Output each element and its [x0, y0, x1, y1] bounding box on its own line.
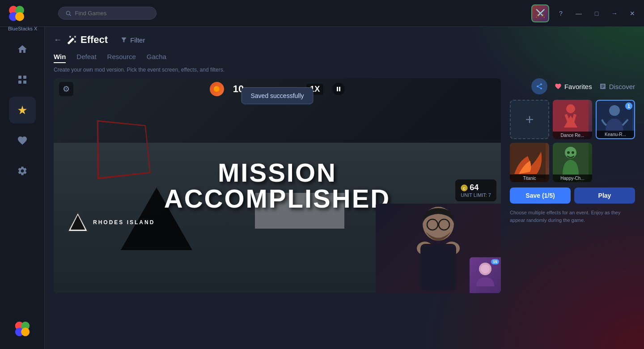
tab-win[interactable]: Win — [54, 53, 66, 63]
svg-point-39 — [572, 151, 574, 154]
svg-rect-24 — [339, 87, 340, 91]
hud-pause-btn[interactable] — [332, 83, 345, 95]
content-header: ← Effect Filter — [54, 34, 635, 46]
svg-rect-7 — [18, 81, 21, 84]
discover-icon — [599, 83, 606, 90]
right-panel: Favorites Discover + — [510, 78, 635, 342]
saved-toast: Saved successfully — [241, 87, 313, 104]
filter-button[interactable]: Filter — [120, 36, 145, 44]
effects-star-icon — [17, 105, 28, 115]
svg-rect-8 — [23, 76, 26, 79]
game-scene: MISSION ACCOMPLISHED RHODES ISLAND — [54, 78, 501, 293]
rhodes-triangle-icon — [67, 212, 89, 233]
save-button[interactable]: Save (1/5) — [510, 187, 571, 204]
svg-rect-9 — [23, 81, 26, 84]
mission-text-line1: MISSION — [218, 160, 337, 186]
happy-label: Happy-Ch... — [553, 174, 592, 182]
dance-label: Dance Re... — [553, 132, 592, 139]
svg-line-5 — [69, 14, 71, 16]
bluestacks-bottom-logo — [11, 318, 34, 340]
sidebar — [0, 27, 45, 349]
effect-keanu[interactable]: 1 Keanu-R... — [596, 100, 635, 139]
info-text: Choose multiple effects for an event. En… — [510, 209, 635, 224]
rhodes-badge: RHODES ISLAND — [67, 212, 155, 233]
back-button[interactable]: ← — [54, 35, 62, 45]
mini-char-card: 15 — [470, 257, 501, 293]
sidebar-item-home[interactable] — [9, 36, 36, 63]
tab-description: Create your own mod version. Pick the ev… — [54, 67, 635, 73]
keanu-label: Keanu-R... — [597, 131, 634, 138]
rhodes-text: RHODES ISLAND — [93, 219, 155, 226]
tabs: Win Defeat Resource Gacha — [54, 53, 635, 63]
filter-icon — [120, 36, 127, 43]
wand-icon — [67, 35, 77, 45]
svg-point-13 — [21, 328, 30, 336]
sidebar-bottom — [11, 318, 34, 340]
titanic-effect-preview — [510, 143, 546, 179]
unit-limit: UNIT LIMIT: 7 — [461, 192, 491, 198]
svg-point-30 — [566, 104, 575, 113]
titlebar-controls: ⚔️ ? — □ → ✕ — [531, 4, 639, 22]
titanic-label: Titanic — [510, 174, 549, 182]
svg-rect-6 — [18, 76, 21, 79]
heart-icon — [17, 135, 28, 146]
gear-icon — [17, 166, 28, 176]
close-button[interactable]: ✕ — [626, 7, 639, 20]
titlebar: BlueStacks X ⚔️ ? — □ → ✕ — [0, 0, 644, 27]
hud-avatar-icon: 🟠 — [210, 82, 224, 96]
svg-point-38 — [567, 151, 570, 154]
mini-char-badge: 15 — [491, 259, 499, 264]
app-logo — [5, 2, 28, 25]
search-bar[interactable] — [58, 7, 157, 20]
effect-dance[interactable]: Dance Re... — [553, 100, 592, 139]
share-icon — [536, 83, 543, 90]
sidebar-item-library[interactable] — [9, 66, 36, 93]
effect-add-new[interactable]: + — [510, 100, 549, 139]
forward-button[interactable]: → — [608, 7, 621, 20]
effect-title: Effect — [67, 34, 108, 46]
keanu-badge: 1 — [625, 102, 632, 110]
help-button[interactable]: ? — [555, 7, 567, 20]
svg-point-3 — [15, 12, 24, 21]
effect-happy[interactable]: Happy-Ch... — [553, 143, 592, 182]
home-icon — [17, 44, 28, 55]
app-name-label: BlueStacks X — [8, 26, 37, 31]
discover-button[interactable]: Discover — [599, 83, 635, 90]
svg-text:C: C — [463, 187, 466, 191]
tab-resource[interactable]: Resource — [107, 53, 136, 63]
plus-icon: + — [525, 111, 534, 128]
preview-area: MISSION ACCOMPLISHED RHODES ISLAND — [54, 78, 501, 293]
svg-point-34 — [609, 105, 620, 116]
unit-counter: C 64 UNIT LIMIT: 7 — [455, 179, 496, 201]
sidebar-item-effects[interactable] — [9, 97, 36, 123]
sidebar-item-favorites[interactable] — [9, 127, 36, 154]
action-buttons: Save (1/5) Play — [510, 187, 635, 204]
tab-defeat[interactable]: Defeat — [76, 53, 96, 63]
content-body: MISSION ACCOMPLISHED RHODES ISLAND — [54, 78, 635, 342]
effect-titanic[interactable]: Titanic — [510, 143, 549, 182]
svg-rect-23 — [337, 87, 338, 91]
sidebar-item-settings[interactable] — [9, 157, 36, 184]
share-button[interactable] — [531, 78, 547, 94]
favorites-button[interactable]: Favorites — [555, 83, 592, 90]
minimize-button[interactable]: — — [572, 7, 585, 20]
main-content: ← Effect Filter Win Defeat Resource Gach… — [45, 27, 644, 349]
effects-grid: + Dance Re... — [510, 100, 635, 182]
dance-effect-preview — [553, 100, 589, 136]
coin-icon: C — [461, 184, 468, 192]
tab-gacha[interactable]: Gacha — [147, 53, 166, 63]
svg-point-4 — [66, 11, 70, 15]
happy-effect-preview — [553, 143, 589, 179]
heart-filled-icon — [555, 83, 562, 90]
mini-char-figure — [474, 262, 496, 289]
search-input[interactable] — [75, 10, 149, 17]
library-icon — [17, 74, 28, 85]
maximize-button[interactable]: □ — [590, 7, 603, 20]
coins-display: C 64 — [461, 183, 491, 192]
play-button[interactable]: Play — [574, 187, 635, 204]
search-icon — [66, 10, 71, 17]
svg-point-37 — [565, 147, 576, 158]
right-panel-header: Favorites Discover — [510, 78, 635, 94]
mission-text-line2: ACCOMPLISHED — [164, 186, 390, 212]
svg-rect-22 — [420, 244, 456, 291]
